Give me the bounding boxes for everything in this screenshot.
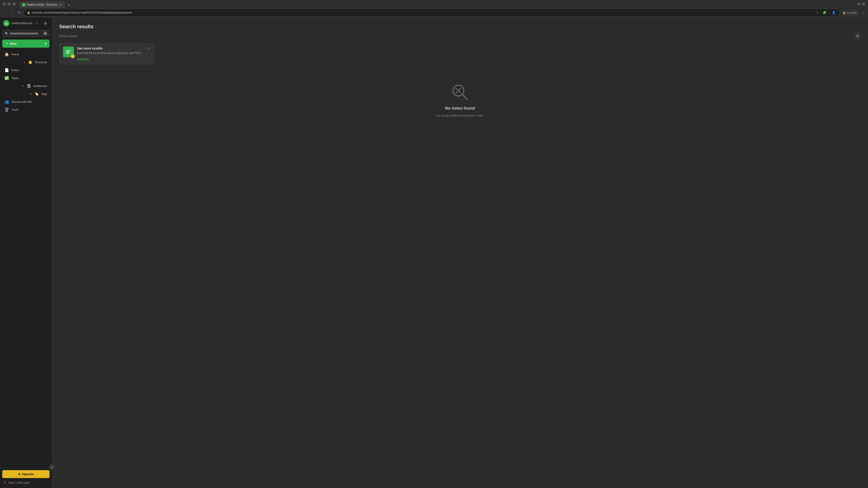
new-button-inner: ＋ New: [5, 41, 17, 46]
sidebar-item-tags[interactable]: ▶ 🏷️ Tags: [1, 90, 51, 98]
empty-state-subtitle: Try using a different keyword or filter.: [436, 114, 484, 117]
avatar: Q: [3, 20, 9, 26]
title-bar: E Search results - Evernote ✕ +: [0, 0, 868, 8]
sidebar-bottom: ★ Upgrade ❓ Need a little help?: [0, 468, 52, 488]
help-label: Need a little help?: [8, 481, 30, 484]
new-tab-button[interactable]: +: [66, 2, 72, 8]
promo-title: See more results: [77, 46, 150, 50]
bookmark-button[interactable]: ☆: [815, 10, 820, 15]
search-icon: 🔍: [5, 32, 8, 35]
svg-rect-2: [856, 34, 857, 36]
sidebar: Q 6d44f5c4@mood... ▾ ⚙ 🔍 ✕ ＋ New ▾ 🏠 Hom…: [0, 18, 52, 488]
extension-button[interactable]: 🧩: [822, 10, 827, 15]
svg-rect-3: [858, 34, 859, 36]
upgrade-button[interactable]: ★ Upgrade: [2, 470, 50, 478]
sidebar-item-label-notebooks: Notebooks: [33, 84, 47, 88]
notes-found-count: 0 notes found: [59, 34, 77, 38]
sidebar-item-notebooks[interactable]: ▶ 📓 Notebooks: [1, 82, 51, 90]
promo-card: ★ See more results Evernote Personal fin…: [59, 43, 154, 64]
content-area: Search results 0 notes found: [52, 18, 868, 488]
expand-shortcuts-icon: ▶: [24, 61, 26, 64]
help-item[interactable]: ❓ Need a little help?: [2, 480, 50, 486]
new-dropdown-icon: ▾: [45, 42, 46, 45]
page-title: Search results: [59, 24, 861, 30]
notes-icon: 📄: [4, 68, 9, 72]
browser-menu-button[interactable]: ⋮: [860, 9, 866, 16]
user-info[interactable]: Q 6d44f5c4@mood... ▾: [3, 20, 37, 26]
refresh-button[interactable]: ↻: [16, 9, 23, 16]
sidebar-header: Q 6d44f5c4@mood... ▾ ⚙: [0, 18, 52, 29]
help-icon: ❓: [3, 481, 6, 484]
notebooks-icon: 📓: [26, 84, 31, 88]
tab-favicon: E: [22, 3, 25, 6]
address-bar-row: ← → ↻ 🔒 evernote.com/client/web#/search?…: [0, 8, 868, 17]
promo-icon: ★: [63, 46, 74, 57]
sidebar-item-notes[interactable]: 📄 Notes: [1, 66, 51, 74]
promo-close-button[interactable]: ✕: [147, 46, 152, 51]
chevron-down-icon: ▾: [36, 22, 37, 25]
sidebar-item-label-shared: Shared with Me: [11, 100, 32, 103]
back-button[interactable]: ←: [2, 9, 8, 16]
home-icon: 🏠: [4, 52, 9, 57]
tab-title: Search results - Evernote: [27, 3, 57, 6]
promo-description: Evernote Personal finds words inside doc…: [77, 51, 150, 55]
sidebar-item-label-notes: Notes: [11, 68, 19, 72]
promo-badge-icon: ★: [71, 54, 75, 58]
tab-close-button[interactable]: ✕: [59, 3, 62, 6]
expand-tags-icon: ▶: [30, 93, 32, 95]
profile-button[interactable]: 👤: [831, 10, 836, 15]
empty-state: No notes found Try using a different key…: [59, 73, 861, 126]
search-clear-button[interactable]: ✕: [43, 32, 47, 35]
restore-button[interactable]: [857, 2, 860, 6]
tags-icon: 🏷️: [34, 92, 39, 96]
winclose-button[interactable]: [862, 2, 865, 6]
sidebar-collapse-button[interactable]: ❮: [49, 464, 55, 470]
upgrade-star-icon: ★: [18, 473, 21, 476]
svg-rect-8: [66, 52, 70, 53]
active-tab[interactable]: E Search results - Evernote ✕: [20, 2, 65, 8]
shortcuts-icon: ⭐: [28, 60, 33, 64]
browser-chrome: E Search results - Evernote ✕ + ← → ↻ 🔒 …: [0, 0, 868, 18]
expand-notebooks-icon: ▶: [22, 85, 24, 87]
sidebar-item-label-shortcuts: Shortcuts: [35, 61, 47, 64]
main-content: Search results 0 notes found: [52, 18, 868, 488]
forward-button[interactable]: →: [9, 9, 16, 16]
sidebar-item-label-trash: Trash: [11, 108, 19, 111]
sidebar-item-home[interactable]: 🏠 Home: [1, 51, 51, 58]
svg-rect-9: [66, 53, 69, 54]
settings-button[interactable]: ⚙: [42, 20, 49, 26]
minimize-button[interactable]: [3, 2, 6, 6]
svg-text:E: E: [23, 4, 24, 6]
view-toggle-button[interactable]: [855, 33, 861, 39]
tab-bar: E Search results - Evernote ✕ +: [18, 0, 855, 8]
sidebar-item-label-tags: Tags: [41, 92, 47, 96]
svg-rect-5: [858, 36, 859, 37]
promo-card-content: See more results Evernote Personal finds…: [77, 46, 150, 61]
upgrade-button-label: Upgrade: [22, 473, 34, 476]
incognito-label: Incognito: [847, 11, 857, 14]
nav-list: 🏠 Home ▶ ⭐ Shortcuts 📄 Notes ✅ Tasks ▶ 📓…: [0, 50, 52, 468]
close-button[interactable]: [13, 2, 16, 6]
promo-upgrade-link[interactable]: Upgrade: [77, 57, 89, 61]
search-bar-container[interactable]: 🔍 ✕: [2, 30, 50, 37]
tasks-icon: ✅: [4, 76, 9, 80]
sidebar-item-trash[interactable]: 🗑️ Trash: [1, 106, 51, 113]
window-controls: [3, 2, 16, 6]
shared-icon: 👥: [4, 100, 9, 104]
sidebar-item-shared[interactable]: 👥 Shared with Me: [1, 98, 51, 106]
trash-icon: 🗑️: [4, 107, 9, 112]
sidebar-item-shortcuts[interactable]: ▶ ⭐ Shortcuts: [1, 58, 51, 66]
address-bar[interactable]: 🔒 evernote.com/client/web#/search?query=…: [24, 8, 840, 17]
svg-line-11: [463, 95, 467, 99]
address-bar-icons: ☆ 🧩 👤: [815, 10, 836, 15]
sidebar-item-tasks[interactable]: ✅ Tasks: [1, 74, 51, 82]
incognito-badge: 🕵️ Incognito: [841, 10, 859, 15]
svg-rect-7: [66, 51, 71, 51]
url-text: evernote.com/client/web#/search?query=vi…: [32, 11, 813, 14]
sidebar-item-label-home: Home: [11, 53, 19, 56]
search-input[interactable]: [10, 32, 42, 35]
maximize-button[interactable]: [8, 2, 11, 6]
new-button[interactable]: ＋ New ▾: [2, 39, 50, 48]
sidebar-item-label-tasks: Tasks: [11, 76, 19, 80]
plus-icon: ＋: [5, 41, 8, 46]
